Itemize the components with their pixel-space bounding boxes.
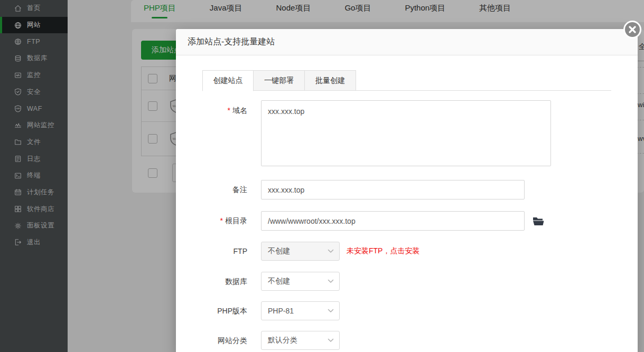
php-label: PHP版本 [176, 307, 247, 316]
required-mark: * [220, 216, 223, 225]
site-category-select[interactable]: 默认分类 [261, 331, 340, 350]
chevron-down-icon [328, 279, 334, 283]
root-label: 根目录 [225, 216, 247, 225]
php-version-select[interactable]: PHP-81 [261, 301, 340, 320]
chevron-down-icon [328, 338, 334, 343]
app-root: 首页网站FTP数据库监控安全WAFWAF网站监控文件日志终端计划任务软件商店面板… [0, 0, 644, 352]
add-site-modal: 添加站点-支持批量建站 创建站点一键部署批量创建 *域名 xxx.xxx.top… [176, 29, 638, 352]
database-select[interactable]: 不创建 [261, 272, 340, 291]
ftp-install-hint[interactable]: 未安装FTP，点击安装 [347, 246, 419, 256]
domain-label: 域名 [232, 106, 247, 115]
note-label: 备注 [176, 185, 247, 195]
modal-header: 添加站点-支持批量建站 [176, 29, 638, 55]
root-input[interactable]: /www/wwwroot/xxx.xxx.top [261, 211, 525, 231]
ftp-select[interactable]: 不创建 [261, 242, 340, 261]
modal-title: 添加站点-支持批量建站 [188, 36, 275, 47]
modal-tab[interactable]: 一键部署 [254, 70, 305, 91]
ftp-label: FTP [176, 247, 247, 255]
chevron-down-icon [328, 309, 334, 313]
modal-tabs: 创建站点一键部署批量创建 [202, 70, 611, 91]
domain-textarea[interactable]: xxx.xxx.top [261, 100, 551, 166]
modal-tab[interactable]: 创建站点 [202, 70, 254, 91]
db-label: 数据库 [176, 277, 247, 287]
close-icon[interactable] [623, 21, 641, 39]
note-input[interactable]: xxx.xxx.top [261, 180, 525, 199]
chevron-down-icon [328, 249, 334, 253]
required-mark: * [228, 106, 230, 115]
modal-tab[interactable]: 批量创建 [305, 70, 356, 91]
category-label: 网站分类 [176, 336, 247, 346]
folder-picker-icon[interactable] [533, 216, 544, 226]
